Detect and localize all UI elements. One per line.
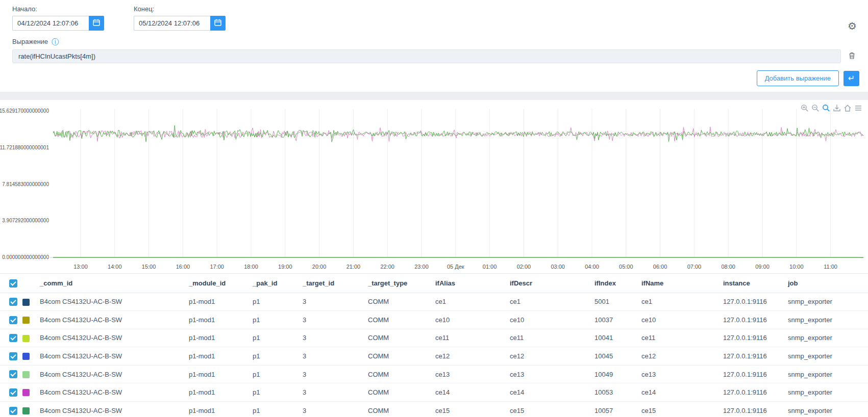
add-expression-button[interactable]: Добавить выражение (757, 70, 839, 86)
x-tick-label: 05 Дек (447, 264, 464, 270)
cell-target_type: COMM (366, 401, 433, 417)
column-header-ifName: ifName (639, 274, 721, 293)
cell-ifIndex: 10045 (592, 347, 639, 366)
cell-job: snmp_exporter (786, 347, 868, 366)
chart-canvas[interactable]: 13:0014:0015:0016:0017:0018:0019:0020:00… (0, 100, 868, 273)
cell-ifAlias: ce12 (433, 347, 508, 366)
cell-target_type: COMM (366, 293, 433, 311)
row-checkbox[interactable] (9, 407, 17, 415)
table-row: B4com CS4132U-AC-B-SWp1-mod1p13COMMce11c… (0, 329, 868, 347)
cell-ifIndex: 5001 (592, 293, 639, 311)
series-color-swatch (22, 371, 30, 378)
end-date-calendar-button[interactable] (210, 16, 226, 31)
cell-pak_id: p1 (251, 311, 301, 329)
cell-ifAlias: ce1 (433, 293, 508, 311)
cell-job: snmp_exporter (786, 365, 868, 383)
cell-job: snmp_exporter (786, 383, 868, 402)
cell-module_id: p1-mod1 (187, 329, 251, 347)
cell-ifIndex: 10037 (592, 311, 639, 329)
x-tick-label: 07:00 (687, 264, 702, 270)
delete-expression-button[interactable] (844, 49, 859, 63)
box-zoom-icon[interactable] (822, 103, 831, 113)
series-color-swatch (22, 299, 30, 306)
y-tick-label: 0.000000000000000 (2, 254, 49, 260)
x-tick-label: 15:00 (142, 264, 156, 270)
start-date-calendar-button[interactable] (89, 16, 104, 31)
cell-comm_id: B4com CS4132U-AC-B-SW (38, 311, 187, 329)
cell-instance: 127.0.0.1:9116 (721, 401, 786, 417)
x-tick-label: 20:00 (312, 264, 327, 270)
info-icon[interactable]: ⓘ (52, 38, 59, 45)
select-all-checkbox[interactable] (9, 279, 17, 288)
expression-input[interactable] (12, 49, 841, 63)
table-row: B4com CS4132U-AC-B-SWp1-mod1p13COMMce1ce… (0, 293, 868, 311)
series-table: _comm_id_module_id_pak_id_target_id_targ… (0, 273, 868, 417)
cell-target_type: COMM (366, 329, 433, 347)
table-row: B4com CS4132U-AC-B-SWp1-mod1p13COMMce15c… (0, 401, 868, 417)
start-date-label: Начало: (12, 5, 104, 13)
cell-comm_id: B4com CS4132U-AC-B-SW (38, 293, 187, 311)
cell-instance: 127.0.0.1:9116 (721, 329, 786, 347)
cell-pak_id: p1 (251, 347, 301, 366)
cell-target_id: 3 (301, 401, 366, 417)
y-tick-label: 11.721880000000001 (0, 145, 49, 150)
cell-ifDescr: ce11 (508, 329, 592, 347)
column-header-ifDescr: ifDescr (508, 274, 592, 293)
cell-job: snmp_exporter (786, 401, 868, 417)
zoom-out-icon[interactable] (811, 103, 820, 113)
row-checkbox[interactable] (9, 370, 17, 378)
cell-target_id: 3 (301, 329, 366, 347)
cell-module_id: p1-mod1 (187, 383, 251, 402)
table-row: B4com CS4132U-AC-B-SWp1-mod1p13COMMce14c… (0, 383, 868, 402)
row-checkbox[interactable] (9, 298, 17, 306)
zoom-in-icon[interactable] (800, 103, 809, 113)
start-date-input[interactable] (12, 16, 89, 31)
x-tick-label: 01:00 (483, 264, 497, 270)
settings-gear-icon[interactable]: ⚙ (847, 20, 858, 32)
column-header-comm_id: _comm_id (38, 274, 187, 293)
cell-module_id: p1-mod1 (187, 401, 251, 417)
series-color-swatch (22, 353, 30, 360)
calendar-icon (214, 19, 221, 28)
row-checkbox[interactable] (9, 352, 17, 360)
cell-job: snmp_exporter (786, 329, 868, 347)
series-line-secondary (53, 127, 863, 141)
x-tick-label: 13:00 (73, 264, 88, 270)
cell-job: snmp_exporter (786, 311, 868, 329)
table-row: B4com CS4132U-AC-B-SWp1-mod1p13COMMce12c… (0, 347, 868, 366)
x-tick-label: 23:00 (414, 264, 429, 270)
row-checkbox[interactable] (9, 388, 17, 397)
y-tick-label: 7.814583000000000 (2, 181, 49, 187)
column-header-ifIndex: ifIndex (592, 274, 639, 293)
home-icon[interactable] (843, 103, 852, 113)
row-checkbox[interactable] (9, 334, 17, 342)
table-row: B4com CS4132U-AC-B-SWp1-mod1p13COMMce13c… (0, 365, 868, 383)
x-tick-label: 16:00 (176, 264, 190, 270)
cell-ifDescr: ce10 (508, 311, 592, 329)
end-date-label: Конец: (134, 5, 226, 13)
column-header-job: job (786, 274, 868, 293)
table-header-row: _comm_id_module_id_pak_id_target_id_targ… (0, 274, 868, 293)
y-tick-label: 3.907292000000000 (2, 218, 49, 223)
cell-ifName: ce15 (639, 401, 721, 417)
x-tick-label: 06:00 (653, 264, 667, 270)
run-query-button[interactable]: ↵ (844, 71, 859, 86)
column-header-target_type: _target_type (366, 274, 433, 293)
cell-ifDescr: ce14 (508, 383, 592, 402)
cell-ifIndex: 10057 (592, 401, 639, 417)
cell-module_id: p1-mod1 (187, 347, 251, 366)
expression-label: Выражение (12, 38, 48, 45)
cell-ifDescr: ce12 (508, 347, 592, 366)
end-date-input[interactable] (134, 16, 210, 31)
start-date-field: Начало: (12, 5, 104, 31)
chart[interactable]: 13:0014:0015:0016:0017:0018:0019:0020:00… (0, 100, 868, 273)
cell-instance: 127.0.0.1:9116 (721, 347, 786, 366)
column-header-module_id: _module_id (187, 274, 251, 293)
cell-ifAlias: ce10 (433, 311, 508, 329)
chart-modebar (800, 103, 863, 113)
row-checkbox[interactable] (9, 316, 17, 324)
cell-comm_id: B4com CS4132U-AC-B-SW (38, 329, 187, 347)
cell-instance: 127.0.0.1:9116 (721, 365, 786, 383)
menu-icon[interactable] (854, 103, 863, 113)
save-icon[interactable] (832, 103, 841, 113)
